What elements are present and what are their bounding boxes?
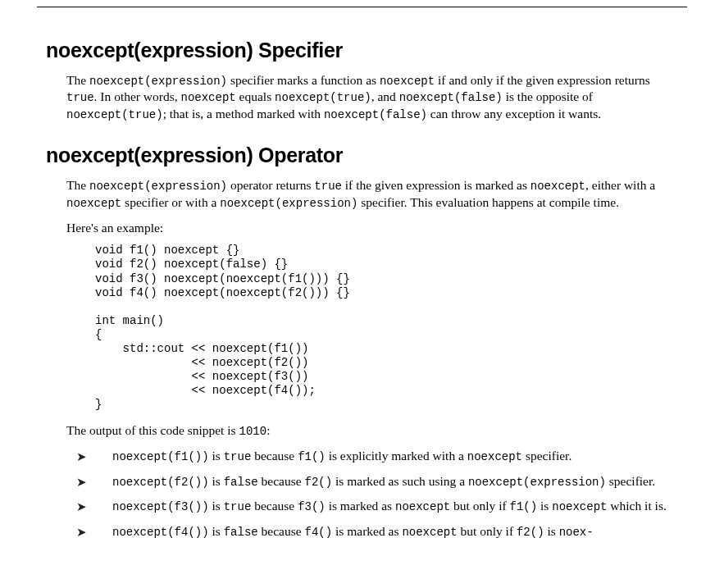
heading-operator: noexcept(expression) Operator bbox=[46, 144, 687, 167]
code-inline: noexcept bbox=[530, 180, 585, 193]
text: can throw any exception it wants. bbox=[427, 107, 601, 121]
text: operator returns bbox=[227, 178, 314, 192]
code-inline: noexcept bbox=[395, 500, 450, 513]
text: which it is. bbox=[607, 499, 666, 513]
code-inline: noexcept(expression) bbox=[468, 476, 606, 489]
code-inline: true bbox=[66, 91, 94, 104]
text: is explicitly marked with a bbox=[326, 449, 467, 463]
arrow-icon: ➤ bbox=[76, 475, 87, 491]
code-inline: f1() bbox=[298, 450, 326, 463]
section-operator-body: The noexcept(expression) operator return… bbox=[66, 177, 674, 540]
code-inline: noex- bbox=[559, 526, 594, 539]
text: : bbox=[266, 423, 270, 437]
text: The bbox=[66, 178, 89, 192]
heading-specifier: noexcept(expression) Specifier bbox=[46, 39, 687, 62]
list-item: ➤ noexcept(f3()) is true because f3() is… bbox=[66, 498, 674, 514]
arrow-icon: ➤ bbox=[76, 449, 87, 466]
text: specifier. bbox=[522, 449, 571, 463]
text: because bbox=[251, 449, 298, 463]
code-inline: 1010 bbox=[239, 425, 267, 438]
text: but only if bbox=[450, 499, 509, 513]
code-inline: noexcept(f1()) bbox=[112, 450, 209, 463]
code-inline: noexcept(true) bbox=[275, 91, 371, 104]
text: is bbox=[209, 449, 224, 463]
code-inline: noexcept(f3()) bbox=[112, 500, 209, 513]
list-item: ➤ noexcept(f1()) is true because f1() is… bbox=[66, 448, 674, 464]
code-inline: f1() bbox=[510, 500, 538, 513]
text: specifier. This evaluation happens at co… bbox=[357, 195, 619, 209]
example-intro: Here's an example: bbox=[66, 221, 674, 235]
code-inline: noexcept bbox=[467, 450, 522, 463]
text: . In other words, bbox=[94, 89, 181, 103]
code-inline: f2() bbox=[517, 526, 544, 539]
text: specifier marks a function as bbox=[227, 73, 380, 87]
text: because bbox=[258, 474, 305, 488]
code-inline: noexcept(true) bbox=[66, 108, 163, 121]
text: if and only if the given expression retu… bbox=[435, 73, 650, 87]
top-rule bbox=[37, 7, 687, 7]
operator-paragraph: The noexcept(expression) operator return… bbox=[66, 177, 674, 211]
code-inline: true bbox=[224, 450, 252, 463]
code-inline: noexcept bbox=[380, 75, 435, 88]
code-inline: noexcept(f2()) bbox=[112, 476, 209, 489]
text: is bbox=[209, 474, 224, 488]
list-item: ➤ noexcept(f2()) is false because f2() i… bbox=[66, 473, 674, 490]
code-inline: false bbox=[224, 476, 258, 489]
code-inline: noexcept(expression) bbox=[89, 75, 227, 88]
text: specifier. bbox=[606, 474, 655, 488]
code-inline: false bbox=[224, 526, 258, 539]
code-inline: true bbox=[224, 500, 252, 513]
code-inline: noexcept(expression) bbox=[220, 197, 357, 210]
text: if the given expression is marked as bbox=[342, 178, 530, 192]
code-inline: true bbox=[314, 180, 342, 193]
text: is bbox=[209, 499, 224, 513]
arrow-icon: ➤ bbox=[76, 499, 87, 516]
code-inline: f3() bbox=[298, 500, 326, 513]
text: but only if bbox=[458, 524, 517, 538]
text: ; that is, a method marked with bbox=[163, 107, 324, 121]
text: is marked as bbox=[332, 524, 402, 538]
code-inline: noexcept(false) bbox=[324, 108, 427, 121]
code-inline: noexcept(false) bbox=[399, 91, 503, 104]
text: , either with a bbox=[585, 178, 655, 192]
text: is bbox=[544, 524, 559, 538]
text: because bbox=[258, 524, 305, 538]
code-inline: noexcept bbox=[66, 197, 121, 210]
text: , and bbox=[371, 89, 399, 103]
code-inline: noexcept(expression) bbox=[89, 180, 227, 193]
text: is marked as such using a bbox=[332, 474, 468, 488]
code-inline: f4() bbox=[305, 526, 333, 539]
text: because bbox=[251, 499, 298, 513]
specifier-paragraph: The noexcept(expression) specifier marks… bbox=[66, 72, 674, 122]
page-container: noexcept(expression) Specifier The noexc… bbox=[0, 7, 724, 540]
code-inline: noexcept(f4()) bbox=[112, 526, 209, 539]
text: equals bbox=[236, 89, 275, 103]
text: The bbox=[66, 73, 89, 87]
code-inline: noexcept bbox=[552, 500, 607, 513]
code-inline: f2() bbox=[305, 476, 333, 489]
code-inline: noexcept bbox=[402, 526, 457, 539]
code-inline: noexcept bbox=[181, 91, 236, 104]
text: The output of this code snippet is bbox=[66, 423, 239, 437]
text: is the opposite of bbox=[503, 89, 593, 103]
list-item: ➤ noexcept(f4()) is false because f4() i… bbox=[66, 523, 674, 540]
section-specifier-body: The noexcept(expression) specifier marks… bbox=[66, 72, 674, 122]
code-block: void f1() noexcept {} void f2() noexcept… bbox=[95, 244, 674, 412]
text: specifier or with a bbox=[121, 195, 220, 209]
text: is bbox=[537, 499, 552, 513]
text: is marked as bbox=[326, 499, 395, 513]
arrow-icon: ➤ bbox=[76, 525, 87, 541]
output-text: The output of this code snippet is 1010: bbox=[66, 423, 674, 438]
text: is bbox=[209, 524, 224, 538]
bullet-list: ➤ noexcept(f1()) is true because f1() is… bbox=[66, 448, 674, 540]
